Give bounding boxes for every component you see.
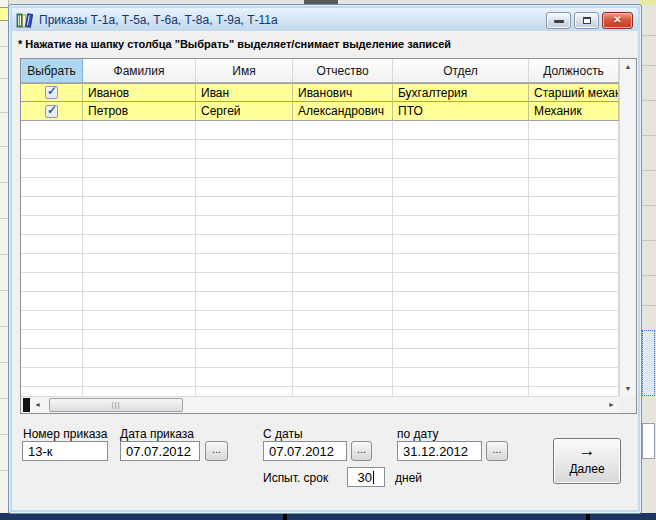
vertical-scrollbar[interactable]: ▲ ▼ (619, 59, 636, 396)
books-icon (16, 12, 34, 28)
table-row-empty[interactable] (21, 216, 619, 235)
date-from-browse-button[interactable]: ... (351, 441, 372, 461)
titlebar[interactable]: Приказы Т-1а, Т-5а, Т-6а, Т-8а, Т-9а, Т-… (12, 8, 638, 31)
column-header-name[interactable]: Имя (196, 59, 293, 82)
close-button[interactable]: ✕ (602, 12, 633, 29)
table-rows: ✓ Иванов Иван Иванович Бухгалтерия Старш… (21, 83, 619, 396)
column-header-surname[interactable]: Фамилия (83, 59, 196, 82)
date-from-input[interactable]: 07.07.2012 (263, 441, 347, 461)
date-to-label: по дату (397, 427, 439, 441)
table-row-empty[interactable] (21, 197, 619, 216)
cell-department: Бухгалтерия (393, 83, 529, 102)
column-header-department[interactable]: Отдел (393, 59, 529, 82)
table-row-empty[interactable] (21, 387, 619, 396)
background-window-bottom (0, 513, 656, 520)
order-date-browse-button[interactable]: ... (205, 441, 228, 461)
table-row[interactable]: ✓ Иванов Иван Иванович Бухгалтерия Старш… (21, 83, 619, 102)
column-header-patronymic[interactable]: Отчество (293, 59, 393, 82)
scroll-up-icon[interactable]: ▲ (620, 63, 636, 70)
next-button[interactable]: → Далее (553, 438, 621, 484)
order-date-input[interactable]: 07.07.2012 (120, 441, 200, 461)
probation-label: Испыт. срок (263, 471, 328, 485)
restore-button[interactable] (574, 12, 599, 29)
row-checkbox[interactable]: ✓ (45, 86, 58, 99)
hint-text: * Нажатие на шапку столбца "Выбрать" выд… (18, 38, 451, 50)
cell-position: Старший механик (529, 83, 619, 102)
cell-name: Иван (196, 83, 293, 102)
cell-position: Механик (529, 102, 619, 121)
date-to-input[interactable]: 31.12.2012 (397, 441, 482, 461)
cell-name: Сергей (196, 102, 293, 121)
scroll-right-icon[interactable]: ► (608, 401, 615, 408)
scrollbar-thumb[interactable]: ||| (49, 398, 183, 412)
table-row[interactable]: ✓ Петров Сергей Александрович ПТО Механи… (21, 102, 619, 121)
table-row-empty[interactable] (21, 368, 619, 387)
scrollbar-left-mark (23, 398, 30, 412)
table-header: Выбрать Фамилия Имя Отчество Отдел Должн… (21, 59, 619, 83)
cell-department: ПТО (393, 102, 529, 121)
order-date-label: Дата приказа (120, 427, 194, 441)
table-row-empty[interactable] (21, 254, 619, 273)
employees-table: Выбрать Фамилия Имя Отчество Отдел Должн… (20, 58, 637, 414)
order-number-label: Номер приказа (23, 427, 107, 441)
date-from-label: С даты (263, 427, 303, 441)
dialog-client-area: * Нажатие на шапку столбца "Выбрать" выд… (12, 31, 638, 510)
minimize-icon (554, 20, 564, 23)
scroll-down-icon[interactable]: ▼ (620, 385, 636, 392)
probation-input[interactable]: 30 (347, 467, 385, 487)
probation-unit-label: дней (395, 471, 422, 485)
minimize-button[interactable] (546, 12, 571, 29)
window-title: Приказы Т-1а, Т-5а, Т-6а, Т-8а, Т-9а, Т-… (39, 13, 278, 27)
scrollbar-corner (619, 396, 636, 413)
table-row-empty[interactable] (21, 235, 619, 254)
horizontal-scrollbar[interactable]: ◄ ||| ► (21, 396, 619, 413)
table-row-empty[interactable] (21, 121, 619, 140)
table-row-empty[interactable] (21, 330, 619, 349)
scroll-left-icon[interactable]: ◄ (34, 401, 41, 408)
table-row-empty[interactable] (21, 140, 619, 159)
row-checkbox[interactable]: ✓ (45, 105, 58, 118)
background-window-right (641, 5, 656, 514)
table-row-empty[interactable] (21, 159, 619, 178)
cell-patronymic: Александрович (293, 102, 393, 121)
table-row-empty[interactable] (21, 273, 619, 292)
screen: Приказы Т-1а, Т-5а, Т-6а, Т-8а, Т-9а, Т-… (0, 0, 656, 520)
orders-dialog-window: Приказы Т-1а, Т-5а, Т-6а, Т-8а, Т-9а, Т-… (8, 4, 642, 514)
cell-surname: Иванов (83, 83, 196, 102)
table-row-empty[interactable] (21, 178, 619, 197)
next-arrow-icon: → (554, 441, 620, 461)
next-button-label: Далее (554, 462, 620, 476)
order-number-input[interactable]: 13-к (22, 441, 108, 461)
table-row-empty[interactable] (21, 292, 619, 311)
column-header-position[interactable]: Должность (529, 59, 619, 82)
date-to-browse-button[interactable]: ... (486, 441, 508, 461)
check-icon: ✓ (47, 103, 57, 117)
check-icon: ✓ (47, 84, 57, 98)
background-selected-cell (642, 330, 655, 396)
close-icon: ✕ (603, 14, 632, 25)
cell-surname: Петров (83, 102, 196, 121)
column-header-select[interactable]: Выбрать (21, 59, 83, 82)
table-row-empty[interactable] (21, 311, 619, 330)
thumb-grip-icon: ||| (111, 401, 120, 409)
cell-patronymic: Иванович (293, 83, 393, 102)
table-row-empty[interactable] (21, 349, 619, 368)
text-cursor (373, 471, 374, 484)
restore-icon (583, 17, 591, 24)
